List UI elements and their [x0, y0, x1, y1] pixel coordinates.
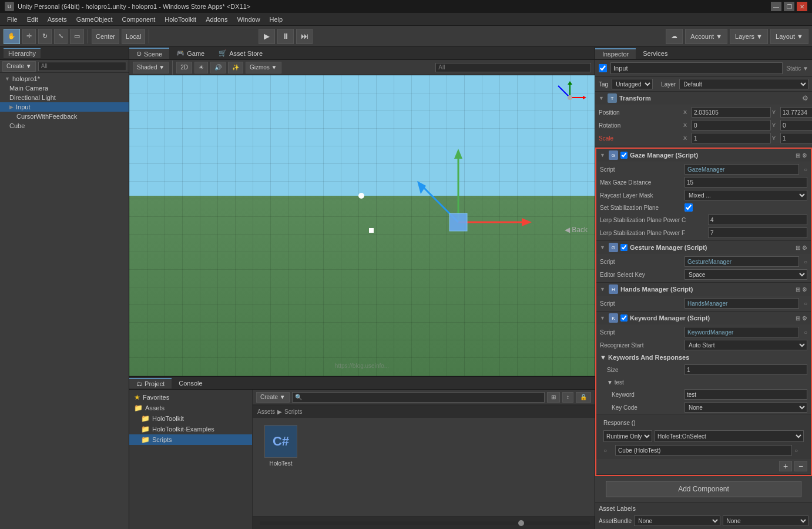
raycast-select[interactable]: Mixed ... — [685, 190, 807, 200]
scale-y-input[interactable] — [780, 133, 812, 143]
play-button[interactable]: ▶ — [259, 29, 275, 44]
audio-button[interactable]: 🔊 — [210, 62, 226, 73]
hierarchy-item-holopro[interactable]: ▼ holopro1* — [0, 74, 129, 83]
minimize-button[interactable]: — — [771, 2, 781, 11]
keyword-input[interactable] — [685, 389, 807, 400]
center-button[interactable]: Center — [92, 29, 119, 44]
keycode-select[interactable]: None — [685, 402, 807, 413]
hierarchy-item-cursorwithfeedback[interactable]: CursorWithFeedback — [0, 112, 129, 121]
asset-search-input[interactable] — [292, 392, 545, 403]
add-response-button[interactable]: + — [779, 461, 792, 471]
layer-select[interactable]: Default — [679, 79, 808, 89]
scale-tool-button[interactable]: ⤡ — [54, 29, 68, 44]
tab-inspector[interactable]: Inspector — [595, 48, 636, 59]
position-y-input[interactable] — [780, 107, 812, 118]
menu-assets[interactable]: Assets — [43, 15, 72, 24]
menu-file[interactable]: File — [2, 15, 22, 24]
menu-addons[interactable]: Addons — [201, 15, 232, 24]
remove-response-button[interactable]: − — [794, 461, 807, 471]
hierarchy-create-button[interactable]: Create ▼ — [2, 61, 36, 72]
lerp-f-input[interactable] — [708, 227, 807, 238]
shading-mode-button[interactable]: Shaded ▼ — [133, 62, 169, 73]
gesture-manager-enabled-checkbox[interactable] — [620, 244, 628, 251]
scale-x-input[interactable] — [692, 133, 771, 143]
size-input[interactable] — [685, 364, 807, 375]
gaze-script-ref[interactable]: GazeManager — [687, 166, 724, 173]
assets-item[interactable]: 📁 Assets — [129, 403, 252, 413]
close-button[interactable]: ✕ — [797, 2, 807, 11]
scripts-item[interactable]: 📁 Scripts — [129, 434, 252, 445]
max-gaze-input[interactable] — [685, 177, 807, 188]
hierarchy-item-input[interactable]: ▶ Input — [0, 102, 129, 112]
keyword-manager-enabled-checkbox[interactable] — [620, 314, 628, 322]
hierarchy-item-cube[interactable]: Cube — [0, 121, 129, 130]
move-tool-button[interactable]: ✛ — [22, 29, 36, 44]
favorites-item[interactable]: ★ Favorites — [129, 392, 252, 403]
asset-item-holotest[interactable]: C# HoloTest — [257, 423, 304, 469]
menu-gameobject[interactable]: GameObject — [72, 15, 118, 24]
hand-tool-button[interactable]: ✋ — [4, 29, 20, 44]
tag-select[interactable]: Untagged — [612, 79, 653, 89]
lighting-button[interactable]: ☀ — [194, 62, 208, 73]
tab-asset-store[interactable]: 🛒 Asset Store — [212, 48, 270, 58]
asset-sort-button[interactable]: ↕ — [562, 392, 573, 403]
layout-button[interactable]: Layout ▼ — [770, 29, 808, 44]
hierarchy-search-input[interactable] — [38, 62, 126, 71]
gaze-manager-header[interactable]: ▼ G Gaze Manager (Script) ⊞ ⚙ — [596, 149, 811, 162]
hands-manager-header[interactable]: ▼ H Hands Manager (Script) ⊞ ⚙ — [596, 283, 811, 296]
hands-script-ref[interactable]: HandsManager — [687, 300, 727, 307]
keyword-script-ref[interactable]: KeywordManager — [687, 329, 733, 336]
menu-component[interactable]: Component — [117, 15, 160, 24]
tab-game[interactable]: 🎮 Game — [169, 48, 212, 58]
account-button[interactable]: Account ▼ — [685, 29, 727, 44]
asset-view-button[interactable]: ⊞ — [547, 392, 560, 403]
keyword-manager-header[interactable]: ▼ K Keyword Manager (Script) ⊞ ⚙ — [596, 312, 811, 324]
menu-holotoolkit[interactable]: HoloToolkit — [160, 15, 201, 24]
holotoolkit-item[interactable]: 📁 HoloToolkit — [129, 413, 252, 424]
gameobject-enabled-checkbox[interactable] — [599, 64, 607, 72]
scene-search-input[interactable] — [435, 63, 591, 72]
add-component-button[interactable]: Add Component — [606, 481, 801, 497]
2d-toggle-button[interactable]: 2D — [176, 62, 192, 73]
pause-button[interactable]: ⏸ — [277, 29, 294, 44]
rect-tool-button[interactable]: ▭ — [70, 29, 84, 44]
runtime-select[interactable]: Runtime Only — [603, 430, 652, 442]
asset-zoom-slider[interactable] — [260, 521, 590, 525]
menu-help[interactable]: Help — [265, 15, 288, 24]
cloud-button[interactable]: ☁ — [666, 29, 683, 44]
function-select[interactable]: HoloTest:OnSelect — [655, 430, 804, 442]
gizmos-button[interactable]: Gizmos ▼ — [246, 62, 281, 73]
tab-scene[interactable]: ⊙ Scene — [129, 48, 169, 59]
recognizer-start-select[interactable]: Auto Start — [685, 340, 807, 350]
position-x-input[interactable] — [692, 107, 771, 118]
gameobject-name-input[interactable] — [610, 62, 783, 74]
holotoolkit-examples-item[interactable]: 📁 HoloToolkit-Examples — [129, 424, 252, 434]
hierarchy-item-directionallight[interactable]: Directional Light — [0, 93, 129, 102]
tab-services[interactable]: Services — [636, 49, 675, 58]
transform-gear-icon[interactable]: ⚙ — [802, 94, 808, 102]
menu-window[interactable]: Window — [232, 15, 264, 24]
transform-header[interactable]: ▼ T Transform ⚙ — [595, 92, 812, 105]
asset-create-button[interactable]: Create ▼ — [256, 392, 290, 403]
lerp-c-input[interactable] — [708, 215, 807, 225]
rotation-y-input[interactable] — [780, 120, 812, 130]
tab-console[interactable]: Console — [172, 379, 209, 388]
maximize-button[interactable]: ❐ — [784, 2, 794, 11]
local-button[interactable]: Local — [122, 29, 145, 44]
tab-project[interactable]: 🗂 Project — [129, 378, 172, 389]
asset-bundle-select-1[interactable]: None — [634, 515, 720, 526]
static-label[interactable]: Static ▼ — [786, 65, 808, 72]
gesture-manager-header[interactable]: ▼ G Gesture Manager (Script) ⊞ ⚙ — [596, 241, 811, 254]
gaze-manager-enabled-checkbox[interactable] — [620, 152, 628, 159]
hierarchy-item-maincamera[interactable]: Main Camera — [0, 83, 129, 93]
editor-select-select[interactable]: Space — [685, 269, 807, 280]
asset-lock-button[interactable]: 🔒 — [576, 392, 591, 403]
step-button[interactable]: ⏭ — [296, 29, 313, 44]
menu-edit[interactable]: Edit — [22, 15, 43, 24]
effects-button[interactable]: ✨ — [228, 62, 243, 73]
gesture-script-ref[interactable]: GestureManager — [687, 259, 732, 265]
path-assets[interactable]: Assets — [257, 409, 275, 415]
rotate-tool-button[interactable]: ↻ — [38, 29, 52, 44]
layers-button[interactable]: Layers ▼ — [730, 29, 768, 44]
asset-bundle-select-2[interactable]: None — [723, 515, 808, 526]
